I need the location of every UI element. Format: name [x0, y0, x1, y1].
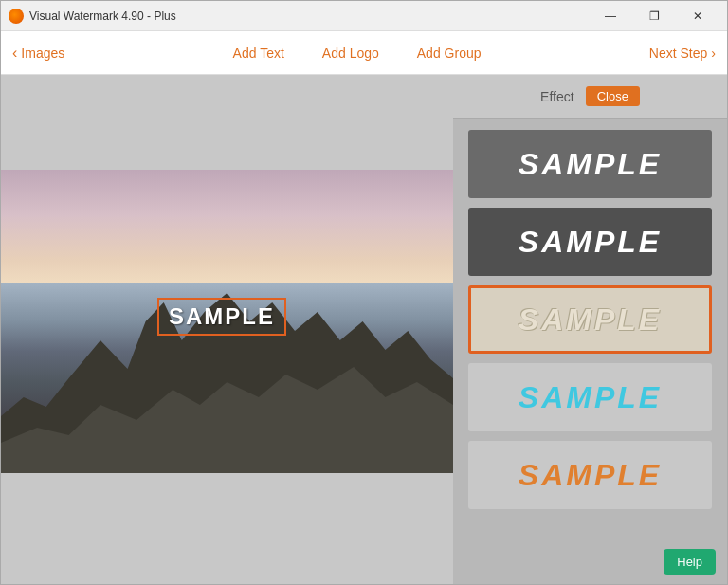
back-nav[interactable]: ‹ Images	[12, 45, 64, 62]
sky-gradient	[1, 170, 453, 283]
next-step-nav[interactable]: Next Step ›	[649, 46, 716, 61]
effect-5-sample: SAMPLE	[519, 458, 662, 493]
window-controls: — ❐ ✕	[589, 1, 719, 31]
effects-list[interactable]: SAMPLE SAMPLE SAMPLE SAMPLE SAMPLE	[453, 119, 727, 585]
toolbar-center: Add Text Add Logo Add Group	[64, 46, 649, 61]
add-group-button[interactable]: Add Group	[417, 46, 482, 61]
minimize-button[interactable]: —	[589, 1, 632, 31]
app-icon	[9, 9, 24, 24]
watermark-overlay[interactable]: SAMPLE	[157, 298, 286, 336]
effect-label: Effect	[540, 89, 574, 104]
effect-3-sample: SAMPLE	[519, 302, 662, 338]
main-content: SAMPLE Effect Close SAMPLE SAMPLE SAMPLE	[1, 75, 727, 585]
app-title: Visual Watermark 4.90 - Plus	[29, 9, 589, 23]
titlebar: Visual Watermark 4.90 - Plus — ❐ ✕	[1, 1, 727, 31]
effect-item-4[interactable]: SAMPLE	[468, 363, 712, 431]
maximize-button[interactable]: ❐	[632, 1, 676, 31]
effect-2-sample: SAMPLE	[519, 225, 662, 260]
chevron-left-icon: ‹	[12, 45, 17, 62]
effect-item-2[interactable]: SAMPLE	[468, 208, 712, 276]
effects-header: Effect Close	[453, 75, 727, 119]
close-button[interactable]: ✕	[676, 1, 719, 31]
image-area: SAMPLE	[1, 170, 453, 473]
effect-4-sample: SAMPLE	[519, 380, 662, 415]
add-logo-button[interactable]: Add Logo	[322, 46, 379, 61]
chevron-right-icon: ›	[711, 46, 716, 61]
next-step-label[interactable]: Next Step	[649, 46, 707, 61]
effect-item-3[interactable]: SAMPLE	[468, 285, 712, 354]
images-nav-label[interactable]: Images	[21, 46, 64, 61]
effect-1-sample: SAMPLE	[519, 147, 662, 182]
toolbar: ‹ Images Add Text Add Logo Add Group Nex…	[1, 31, 727, 75]
image-bottom-area	[1, 473, 453, 585]
watermark-text: SAMPLE	[169, 303, 275, 329]
image-top-bar	[1, 75, 453, 170]
image-panel: SAMPLE	[1, 75, 453, 585]
close-effect-button[interactable]: Close	[586, 86, 640, 106]
add-text-button[interactable]: Add Text	[233, 46, 284, 61]
effects-panel: Effect Close SAMPLE SAMPLE SAMPLE SAMPLE	[453, 75, 727, 585]
effect-item-5[interactable]: SAMPLE	[468, 441, 712, 509]
effect-item-1[interactable]: SAMPLE	[468, 130, 712, 198]
help-button[interactable]: Help	[664, 549, 716, 575]
